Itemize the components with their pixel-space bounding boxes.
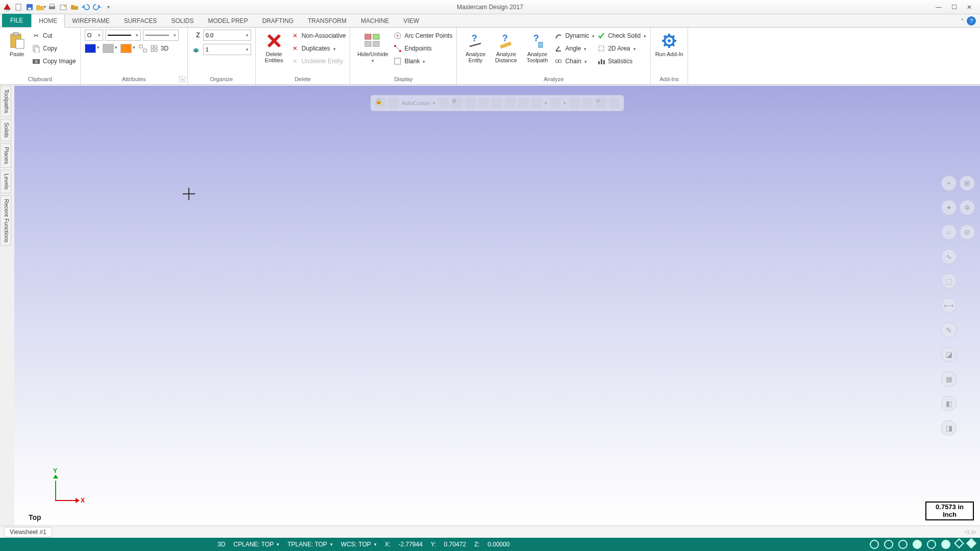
ribbon-collapse-icon[interactable]: ^ bbox=[961, 17, 964, 23]
undo-icon[interactable] bbox=[81, 2, 91, 12]
palette-btn-12[interactable]: ▦ bbox=[941, 371, 957, 387]
z-value-combo[interactable]: 0.0▾ bbox=[203, 30, 251, 41]
line-weight-combo[interactable]: ▾ bbox=[143, 30, 179, 41]
status-sphere-icon-3[interactable] bbox=[941, 540, 950, 549]
palette-circle-icon[interactable]: ○ bbox=[941, 224, 957, 240]
side-tab-levels[interactable]: Levels bbox=[0, 170, 11, 193]
palette-btn-11[interactable]: ◪ bbox=[941, 347, 957, 362]
analyze-distance-button[interactable]: ? Analyze Distance bbox=[492, 30, 520, 63]
tab-machine[interactable]: MACHINE bbox=[354, 14, 396, 27]
project-icon[interactable] bbox=[69, 2, 80, 12]
fb-icon-11[interactable] bbox=[582, 98, 593, 108]
status-globe-icon-2[interactable] bbox=[884, 540, 893, 549]
status-wcs[interactable]: WCS: TOP ▾ bbox=[341, 541, 377, 548]
blank-button[interactable]: Blank bbox=[393, 55, 452, 67]
viewsheet-next-icon[interactable]: ▷ bbox=[972, 529, 976, 535]
analyze-entity-button[interactable]: ? Analyze Entity bbox=[461, 30, 489, 63]
status-sphere-icon-2[interactable] bbox=[927, 540, 936, 549]
close-button[interactable]: ✕ bbox=[965, 4, 974, 11]
palette-btn-8[interactable]: ⬚ bbox=[941, 273, 957, 289]
cut-button[interactable]: ✂Cut bbox=[32, 30, 76, 42]
status-3d[interactable]: 3D bbox=[217, 541, 225, 548]
side-tab-recent[interactable]: Recent Functions bbox=[0, 195, 11, 246]
dynamic-button[interactable]: Dynamic bbox=[554, 30, 595, 42]
2d-3d-toggle[interactable]: 3D bbox=[161, 45, 168, 52]
analyze-toolpath-button[interactable]: ? Analyze Toolpath bbox=[522, 30, 552, 63]
palette-btn-10[interactable]: ✎ bbox=[941, 322, 957, 338]
print-icon[interactable] bbox=[47, 2, 57, 12]
angle-button[interactable]: Angle bbox=[554, 42, 595, 55]
delete-entities-button[interactable]: Delete Entities bbox=[260, 30, 288, 63]
endpoints-button[interactable]: Endpoints bbox=[393, 42, 452, 55]
level-combo[interactable]: 1▾ bbox=[203, 44, 251, 55]
palette-btn-13[interactable]: ◧ bbox=[941, 396, 957, 411]
palette-btn-2[interactable]: ⊞ bbox=[960, 176, 975, 191]
tab-surfaces[interactable]: SURFACES bbox=[117, 14, 164, 27]
viewsheet-tab[interactable]: Viewsheet #1 bbox=[4, 527, 52, 537]
palette-btn-4[interactable]: ✲ bbox=[960, 200, 975, 215]
fb-icon-5[interactable] bbox=[492, 98, 502, 108]
fb-refresh-icon[interactable]: ⟳ bbox=[596, 98, 606, 108]
palette-plus-icon[interactable]: ＋ bbox=[941, 176, 957, 191]
surface-color-button[interactable]: ▾ bbox=[120, 44, 136, 53]
chain-button[interactable]: Chain bbox=[554, 55, 595, 67]
palette-btn-14[interactable]: ◨ bbox=[941, 420, 957, 436]
fb-gear-icon[interactable]: ⚙ bbox=[452, 98, 462, 108]
palette-dim-icon[interactable]: ⟷ bbox=[941, 298, 957, 313]
status-sphere-icon-1[interactable] bbox=[913, 540, 922, 549]
side-tab-toolpaths[interactable]: Toolpaths bbox=[0, 86, 11, 117]
fb-icon-13[interactable] bbox=[609, 98, 619, 108]
fb-grid-icon[interactable] bbox=[550, 98, 560, 108]
status-globe-icon-3[interactable] bbox=[898, 540, 908, 549]
statistics-button[interactable]: Statistics bbox=[597, 55, 646, 67]
tab-view[interactable]: VIEW bbox=[396, 14, 426, 27]
copy-image-button[interactable]: Copy Image bbox=[32, 55, 76, 67]
check-solid-button[interactable]: Check Solid bbox=[597, 30, 646, 42]
fb-icon-7[interactable] bbox=[518, 98, 528, 108]
help-icon[interactable]: ? bbox=[967, 16, 976, 26]
save-icon[interactable] bbox=[24, 2, 35, 12]
wireframe-color-button[interactable]: ▾ bbox=[85, 44, 101, 53]
qat-more-icon[interactable]: ▾ bbox=[103, 2, 113, 12]
arc-center-button[interactable]: Arc Center Points bbox=[393, 30, 452, 42]
status-rhomb-icon-2[interactable] bbox=[966, 538, 976, 548]
lock-icon[interactable]: 🔒 bbox=[375, 98, 385, 108]
open-icon[interactable]: ▾ bbox=[36, 2, 46, 12]
tab-wireframe[interactable]: WIREFRAME bbox=[65, 14, 116, 27]
status-tplane[interactable]: TPLANE: TOP ▾ bbox=[287, 541, 333, 548]
palette-btn-3[interactable]: ✦ bbox=[941, 200, 957, 215]
copy-button[interactable]: Copy bbox=[32, 42, 76, 55]
status-globe-icon-1[interactable] bbox=[870, 540, 879, 549]
cursor-icon[interactable] bbox=[388, 98, 399, 108]
status-rhomb-icon-1[interactable] bbox=[954, 538, 964, 548]
duplicates-button[interactable]: ✕Duplicates bbox=[290, 42, 346, 55]
fb-icon-8[interactable] bbox=[531, 98, 542, 108]
clear-colors-icon[interactable] bbox=[138, 44, 148, 53]
tab-transform[interactable]: TRANSFORM bbox=[301, 14, 354, 27]
side-tab-planes[interactable]: Planes bbox=[0, 143, 11, 168]
line-style-combo[interactable]: ▾ bbox=[105, 30, 141, 41]
point-style-combo[interactable]: O▾ bbox=[85, 30, 103, 41]
status-cplane[interactable]: CPLANE: TOP ▾ bbox=[233, 541, 279, 548]
palette-curve-icon[interactable]: ∿ bbox=[941, 249, 957, 264]
side-tab-solids[interactable]: Solids bbox=[0, 119, 11, 141]
set-all-icon[interactable] bbox=[150, 44, 159, 53]
fb-icon-10[interactable] bbox=[569, 98, 579, 108]
attributes-launcher-icon[interactable]: ↘ bbox=[179, 76, 185, 82]
solid-color-button[interactable]: ▾ bbox=[103, 44, 118, 53]
minimize-button[interactable]: — bbox=[934, 4, 943, 11]
palette-cancel-icon[interactable]: ⊘ bbox=[960, 224, 975, 240]
tab-home[interactable]: HOME bbox=[31, 14, 65, 28]
tab-solids[interactable]: SOLIDS bbox=[164, 14, 201, 27]
graphics-viewport[interactable]: 🔒 AutoCursor ▾ ⚙ ▾ ▾ ⟳ Y X Top 0.7573 in… bbox=[14, 86, 980, 525]
fb-icon-1[interactable] bbox=[438, 98, 449, 108]
fb-icon-4[interactable] bbox=[478, 98, 488, 108]
viewsheet-prev-icon[interactable]: ◁ bbox=[965, 529, 969, 535]
screenshot-icon[interactable] bbox=[58, 2, 68, 12]
maximize-button[interactable]: ☐ bbox=[949, 4, 959, 11]
non-associative-button[interactable]: ✕Non-Associative bbox=[290, 30, 346, 42]
tab-file[interactable]: FILE bbox=[2, 14, 31, 27]
fb-pointer-icon[interactable] bbox=[465, 98, 475, 108]
paste-button[interactable]: Paste bbox=[4, 30, 30, 57]
tab-model-prep[interactable]: MODEL PREP bbox=[201, 14, 255, 27]
